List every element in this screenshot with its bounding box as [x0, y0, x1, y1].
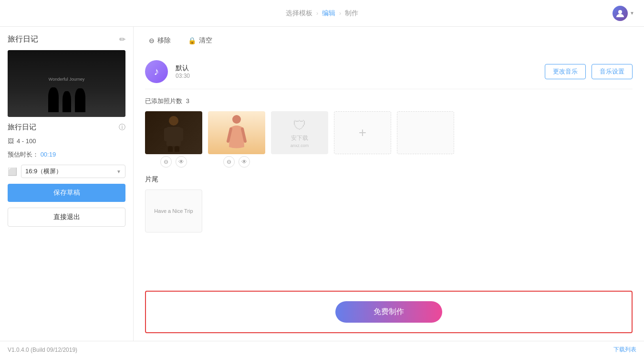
edit-icon[interactable]: ✏ — [119, 35, 125, 44]
aspect-dropdown-icon: ▼ — [116, 169, 121, 174]
remove-button[interactable]: ⊖ 移除 — [145, 34, 175, 47]
photo-image-1 — [145, 111, 202, 154]
remove-icon: ⊖ — [149, 37, 155, 44]
chevron-down-icon: ▼ — [630, 11, 634, 16]
sidebar-title-text: 旅行日记 — [8, 34, 38, 44]
photos-grid: ⊖ 👁 — [145, 111, 633, 168]
sidebar-title-row: 旅行日记 ✏ — [8, 34, 125, 44]
download-link[interactable]: 下载列表 — [613, 346, 636, 354]
nav-arrow-2: › — [339, 10, 341, 17]
preview-watermark-text: Wonderful Journey — [49, 77, 84, 82]
photo-2-remove-btn[interactable]: ⊖ — [223, 156, 235, 168]
bottom-bar: V1.0.4.0 (Build 09/12/2019) 下载列表 — [0, 341, 644, 358]
music-duration: 03:30 — [176, 73, 545, 79]
aspect-ratio-value: 16:9（横屏） — [25, 167, 62, 176]
add-photo-button[interactable]: + — [334, 111, 391, 154]
watermark-text: 安下载 — [291, 134, 308, 142]
nav-arrow-1: › — [316, 10, 318, 17]
silhouette-1 — [48, 87, 59, 112]
photo-count-row: 🖼 4 - 100 — [8, 137, 125, 145]
svg-rect-4 — [178, 128, 183, 141]
make-section: 免费制作 — [145, 291, 633, 333]
aspect-ratio-row: ⬜ 16:9（横屏） ▼ — [8, 165, 125, 178]
right-content: ⊖ 移除 🔒 清空 ♪ 默认 03:30 更改音乐 音乐设置 — [134, 27, 644, 341]
svg-point-0 — [618, 10, 622, 14]
nav-step-2[interactable]: 编辑 — [322, 9, 335, 18]
duration-label: 预估时长： — [8, 151, 39, 158]
remove-label: 移除 — [157, 36, 171, 45]
duration-row: 预估时长： 00:19 — [8, 150, 125, 159]
photo-1-view-btn[interactable]: 👁 — [176, 156, 187, 168]
photo-2-view-btn[interactable]: 👁 — [239, 156, 250, 168]
music-actions: 更改音乐 音乐设置 — [545, 64, 633, 79]
music-note-icon: ♪ — [154, 65, 159, 78]
music-settings-button[interactable]: 音乐设置 — [592, 64, 633, 79]
watermark-overlay: 🛡 安下载 anxz.com — [271, 111, 328, 154]
svg-point-7 — [232, 115, 241, 124]
template-name-text: 旅行日记 — [8, 123, 36, 132]
clear-button[interactable]: 🔒 清空 — [184, 34, 216, 47]
photos-count-label: 已添加照片数 3 — [145, 97, 633, 105]
silhouette-2 — [62, 91, 71, 112]
photo-item-3: 🛡 安下载 anxz.com — [271, 111, 328, 154]
save-draft-button[interactable]: 保存草稿 — [8, 184, 125, 202]
music-info: 默认 03:30 — [176, 64, 545, 79]
svg-point-1 — [169, 116, 178, 126]
photo-thumb-2 — [208, 111, 265, 154]
photo-1-remove-btn[interactable]: ⊖ — [160, 156, 172, 168]
empty-photo-slot — [397, 111, 454, 154]
music-section: ♪ 默认 03:30 更改音乐 音乐设置 — [145, 54, 633, 89]
change-music-button[interactable]: 更改音乐 — [545, 64, 586, 79]
music-name: 默认 — [176, 64, 545, 73]
duration-value: 00:19 — [41, 151, 56, 158]
nav-step-3[interactable]: 制作 — [345, 9, 358, 18]
photo-2-controls: ⊖ 👁 — [208, 156, 265, 168]
ending-section: 片尾 Have a Nice Trip — [145, 175, 633, 232]
nav-steps: 选择模板 › 编辑 › 制作 — [286, 9, 358, 18]
photo-thumb-3: 🛡 安下载 anxz.com — [271, 111, 328, 154]
photo-count-text: 4 - 100 — [17, 137, 36, 145]
avatar — [613, 6, 628, 21]
ending-card: Have a Nice Trip — [145, 190, 202, 232]
silhouette-3 — [75, 88, 85, 112]
sidebar: 旅行日记 ✏ Wonderful Journey 旅行日记 ⓘ 🖼 4 - 10… — [0, 27, 134, 341]
add-icon: + — [359, 125, 366, 140]
photo-1-controls: ⊖ 👁 — [145, 156, 202, 168]
photo-item-2: ⊖ 👁 — [208, 111, 265, 168]
photo-icon: 🖼 — [8, 137, 14, 145]
template-preview: Wonderful Journey — [8, 50, 125, 117]
top-nav: 选择模板 › 编辑 › 制作 ▼ — [0, 0, 644, 27]
exit-button[interactable]: 直接退出 — [8, 208, 125, 227]
preview-bg: Wonderful Journey — [8, 50, 125, 117]
nav-step-1[interactable]: 选择模板 — [286, 9, 312, 18]
svg-rect-5 — [168, 146, 173, 152]
photo-thumb-1 — [145, 111, 202, 154]
make-button[interactable]: 免费制作 — [335, 301, 442, 323]
version-text: V1.0.4.0 (Build 09/12/2019) — [8, 347, 77, 353]
main-content: 旅行日记 ✏ Wonderful Journey 旅行日记 ⓘ 🖼 4 - 10… — [0, 27, 644, 341]
photo-item-1: ⊖ 👁 — [145, 111, 202, 168]
clear-label: 清空 — [199, 36, 212, 45]
aspect-ratio-select[interactable]: 16:9（横屏） ▼ — [21, 165, 125, 178]
template-name-row: 旅行日记 ⓘ — [8, 123, 125, 132]
photos-section: 已添加照片数 3 — [145, 97, 633, 168]
music-icon-wrapper: ♪ — [145, 60, 168, 83]
ending-card-text: Have a Nice Trip — [154, 208, 193, 214]
toolbar: ⊖ 移除 🔒 清空 — [145, 34, 633, 47]
svg-rect-6 — [175, 146, 179, 152]
photo-image-2 — [208, 111, 265, 154]
svg-rect-3 — [164, 128, 169, 141]
clear-icon: 🔒 — [188, 37, 196, 44]
ending-label: 片尾 — [145, 175, 633, 184]
aspect-icon: ⬜ — [8, 167, 17, 176]
info-icon[interactable]: ⓘ — [119, 123, 125, 132]
user-avatar-area[interactable]: ▼ — [613, 6, 634, 21]
